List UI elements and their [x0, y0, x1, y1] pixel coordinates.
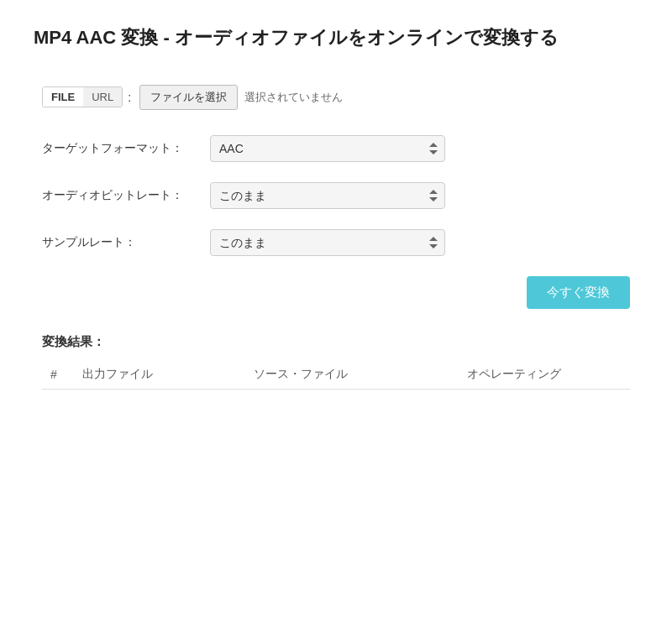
- col-header-output: 出力ファイル: [74, 360, 245, 390]
- page-title: MP4 AAC 変換 - オーディオファイルをオンラインで変換する: [34, 25, 638, 51]
- col-header-hash: #: [42, 360, 74, 390]
- col-header-operating: オペレーティング: [459, 360, 630, 390]
- audio-bitrate-row: オーディオビットレート： このまま 32 kbit/s 64 kbit/s 12…: [42, 182, 630, 209]
- results-label: 変換結果：: [42, 334, 630, 350]
- target-format-select[interactable]: AAC MP3 OGG WAV FLAC WMA M4A: [210, 135, 445, 162]
- file-colon: :: [128, 91, 131, 104]
- results-section: 変換結果： # 出力ファイル ソース・ファイル オペレーティング: [42, 334, 630, 390]
- no-file-label: 選択されていません: [244, 90, 343, 105]
- results-table: # 出力ファイル ソース・ファイル オペレーティング: [42, 360, 630, 390]
- file-url-row: FILE URL : ファイルを選択 選択されていません: [42, 85, 630, 110]
- sample-rate-row: サンプルレート： このまま 8000 Hz 11025 Hz 22050 Hz …: [42, 229, 630, 256]
- file-url-tab-group: FILE URL: [42, 86, 123, 107]
- url-tab[interactable]: URL: [83, 87, 122, 107]
- col-header-source: ソース・ファイル: [245, 360, 459, 390]
- audio-bitrate-label: オーディオビットレート：: [42, 187, 210, 204]
- audio-bitrate-select[interactable]: このまま 32 kbit/s 64 kbit/s 128 kbit/s 192 …: [210, 182, 445, 209]
- choose-file-button[interactable]: ファイルを選択: [139, 85, 238, 110]
- file-tab[interactable]: FILE: [43, 87, 83, 107]
- table-header-row: # 出力ファイル ソース・ファイル オペレーティング: [42, 360, 630, 390]
- target-format-label: ターゲットフォーマット：: [42, 140, 210, 157]
- convert-button-row: 今すぐ変換: [42, 276, 630, 309]
- sample-rate-label: サンプルレート：: [42, 234, 210, 251]
- sample-rate-select[interactable]: このまま 8000 Hz 11025 Hz 22050 Hz 44100 Hz …: [210, 229, 445, 256]
- target-format-row: ターゲットフォーマット： AAC MP3 OGG WAV FLAC WMA M4…: [42, 135, 630, 162]
- form-container: FILE URL : ファイルを選択 選択されていません ターゲットフォーマット…: [34, 85, 638, 390]
- convert-button[interactable]: 今すぐ変換: [527, 276, 630, 309]
